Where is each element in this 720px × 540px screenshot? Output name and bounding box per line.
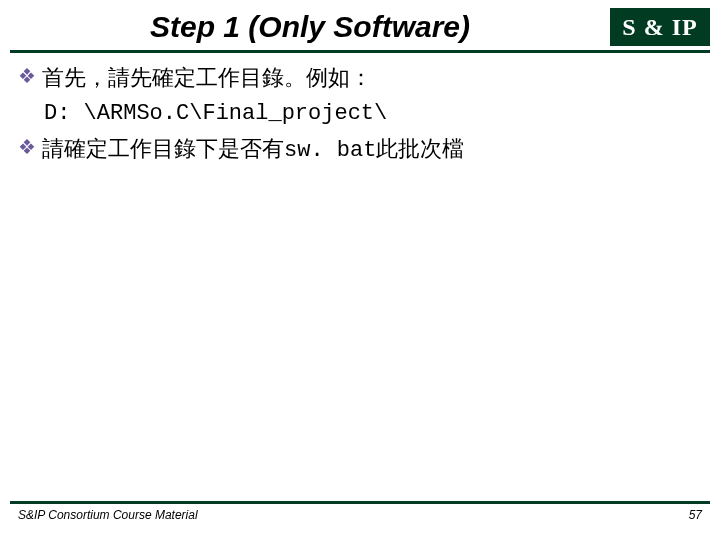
logo-badge: S & IP bbox=[610, 8, 710, 46]
slide-title: Step 1 (Only Software) bbox=[10, 10, 610, 44]
bullet-2-suffix: 此批次檔 bbox=[376, 136, 464, 161]
slide: Step 1 (Only Software) S & IP ❖ 首先，請先確定工… bbox=[0, 0, 720, 540]
bottom-divider bbox=[10, 501, 710, 504]
footer: S&IP Consortium Course Material 57 bbox=[10, 501, 710, 522]
bullet-item-1: ❖ 首先，請先確定工作目錄。例如： bbox=[18, 63, 702, 93]
path-line: D: \ARMSo.C\Final_project\ bbox=[18, 99, 702, 129]
page-number: 57 bbox=[689, 508, 702, 522]
title-row: Step 1 (Only Software) S & IP bbox=[0, 0, 720, 46]
content-area: ❖ 首先，請先確定工作目錄。例如： D: \ARMSo.C\Final_proj… bbox=[0, 53, 720, 166]
diamond-bullet-icon: ❖ bbox=[18, 134, 36, 161]
bullet-item-2: ❖ 請確定工作目錄下是否有sw. bat此批次檔 bbox=[18, 134, 702, 166]
bullet-2-prefix: 請確定工作目錄下是否有 bbox=[42, 136, 284, 161]
diamond-bullet-icon: ❖ bbox=[18, 63, 36, 90]
footer-row: S&IP Consortium Course Material 57 bbox=[10, 508, 710, 522]
bullet-1-text: 首先，請先確定工作目錄。例如： bbox=[42, 63, 702, 93]
bullet-2-code: sw. bat bbox=[284, 138, 376, 163]
bullet-2-text: 請確定工作目錄下是否有sw. bat此批次檔 bbox=[42, 134, 702, 166]
footer-left-text: S&IP Consortium Course Material bbox=[18, 508, 198, 522]
